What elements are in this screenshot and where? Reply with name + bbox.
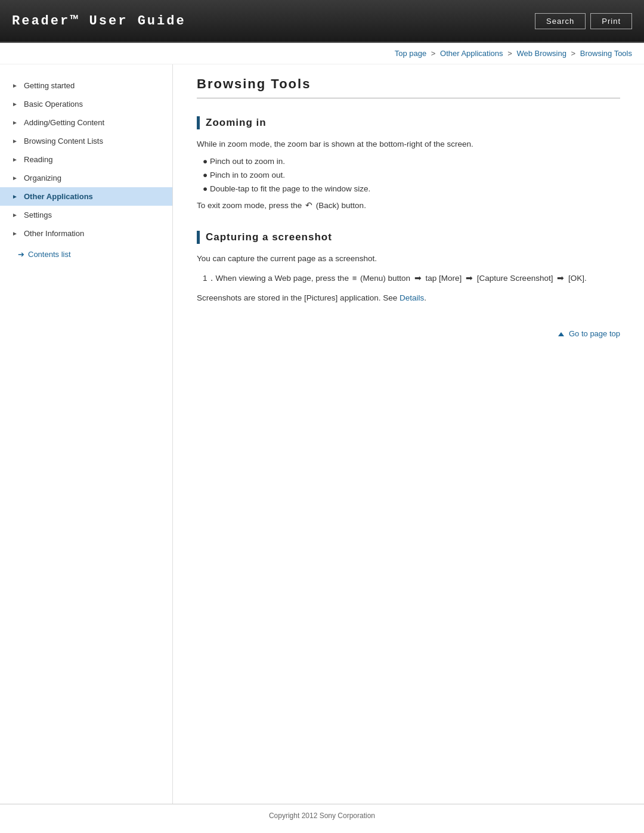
breadcrumb-sep-3: > (571, 49, 578, 58)
section-zooming-in: Zooming in While in zoom mode, the zoom … (197, 116, 620, 213)
zooming-bullet-list: Pinch out to zoom in. Pinch in to zoom o… (203, 155, 620, 196)
breadcrumb-sep-2: > (507, 49, 514, 58)
arrow-inline-1: ➡ (414, 274, 424, 283)
zooming-bullet-3: Double-tap to fit the page to the window… (203, 182, 620, 196)
capturing-step: 1．When viewing a Web page, press the ≡ (… (203, 272, 620, 286)
zooming-exit-note: To exit zoom mode, press the ↶ (Back) bu… (197, 199, 620, 213)
section-title-capturing: Capturing a screenshot (206, 231, 332, 243)
menu-icon: ≡ (352, 272, 357, 285)
page-title: Browsing Tools (197, 76, 620, 98)
section-capturing-screenshot: Capturing a screenshot You can capture t… (197, 231, 620, 305)
sidebar-label-reading: Reading (24, 155, 52, 164)
section-bar-icon (197, 116, 200, 129)
triangle-up-icon (558, 332, 564, 336)
main-layout: ► Getting started ► Basic Operations ► A… (0, 64, 644, 804)
sidebar-label-other-applications: Other Applications (24, 192, 93, 201)
chevron-right-icon: ► (12, 119, 19, 126)
sidebar-item-basic-operations[interactable]: ► Basic Operations (0, 95, 172, 113)
sidebar-label-browsing-content-lists: Browsing Content Lists (24, 137, 103, 145)
go-to-top-link[interactable]: Go to page top (558, 329, 620, 338)
header-button-group: Search Print (535, 13, 632, 29)
print-button[interactable]: Print (590, 13, 632, 29)
breadcrumb-other-applications[interactable]: Other Applications (440, 49, 503, 58)
details-link[interactable]: Details (400, 293, 424, 302)
capturing-intro-text: You can capture the current page as a sc… (197, 252, 620, 266)
zooming-bullet-2: Pinch in to zoom out. (203, 169, 620, 182)
search-button[interactable]: Search (535, 13, 586, 29)
sidebar-label-getting-started: Getting started (24, 81, 75, 90)
sidebar-item-adding-getting-content[interactable]: ► Adding/Getting Content (0, 113, 172, 132)
section-heading-capturing: Capturing a screenshot (197, 231, 620, 244)
breadcrumb: Top page > Other Applications > Web Brow… (0, 43, 644, 64)
sidebar-label-other-information: Other Information (24, 229, 84, 238)
chevron-right-icon: ► (12, 156, 19, 163)
page-number: 100 (0, 827, 644, 833)
sidebar-item-reading[interactable]: ► Reading (0, 150, 172, 169)
content-area: Browsing Tools Zooming in While in zoom … (173, 64, 644, 804)
chevron-right-icon-active: ► (12, 193, 19, 200)
site-title: Reader™ User Guide (12, 14, 186, 29)
back-icon: ↶ (305, 199, 312, 213)
chevron-right-icon: ► (12, 82, 19, 89)
sidebar-label-organizing: Organizing (24, 174, 61, 182)
sidebar-label-settings: Settings (24, 210, 52, 219)
chevron-right-icon: ► (12, 230, 19, 237)
sidebar: ► Getting started ► Basic Operations ► A… (0, 64, 173, 804)
go-to-top: Go to page top (197, 323, 620, 338)
footer: Copyright 2012 Sony Corporation (0, 804, 644, 827)
section-heading-zooming-in: Zooming in (197, 116, 620, 129)
sidebar-item-settings[interactable]: ► Settings (0, 206, 172, 224)
chevron-right-icon: ► (12, 138, 19, 145)
zooming-bullet-1: Pinch out to zoom in. (203, 155, 620, 169)
capturing-note: Screenshots are stored in the [Pictures]… (197, 292, 620, 305)
sidebar-item-getting-started[interactable]: ► Getting started (0, 76, 172, 95)
zooming-intro-text: While in zoom mode, the zoom bar is show… (197, 138, 620, 151)
section-bar-icon (197, 231, 200, 244)
sidebar-item-organizing[interactable]: ► Organizing (0, 169, 172, 187)
breadcrumb-sep-1: > (431, 49, 438, 58)
section-body-capturing: You can capture the current page as a sc… (197, 252, 620, 305)
contents-list-label: Contents list (28, 250, 71, 259)
arrow-right-icon: ➔ (18, 250, 24, 259)
arrow-inline-3: ➡ (557, 274, 566, 283)
arrow-inline-2: ➡ (466, 274, 475, 283)
section-title-zooming-in: Zooming in (206, 117, 267, 129)
breadcrumb-current: Browsing Tools (580, 49, 632, 58)
contents-list-link[interactable]: ➔ Contents list (0, 243, 172, 264)
breadcrumb-top-page[interactable]: Top page (395, 49, 427, 58)
chevron-right-icon: ► (12, 212, 19, 219)
copyright-text: Copyright 2012 Sony Corporation (269, 812, 375, 820)
chevron-right-icon: ► (12, 101, 19, 108)
sidebar-label-adding-getting-content: Adding/Getting Content (24, 118, 104, 127)
section-body-zooming-in: While in zoom mode, the zoom bar is show… (197, 138, 620, 213)
chevron-right-icon: ► (12, 175, 19, 182)
sidebar-item-other-applications[interactable]: ► Other Applications (0, 187, 172, 206)
page-header: Reader™ User Guide Search Print (0, 0, 644, 43)
breadcrumb-web-browsing[interactable]: Web Browsing (516, 49, 566, 58)
sidebar-item-browsing-content-lists[interactable]: ► Browsing Content Lists (0, 132, 172, 150)
sidebar-item-other-information[interactable]: ► Other Information (0, 224, 172, 243)
go-to-top-label: Go to page top (569, 329, 620, 338)
sidebar-label-basic-operations: Basic Operations (24, 100, 83, 109)
